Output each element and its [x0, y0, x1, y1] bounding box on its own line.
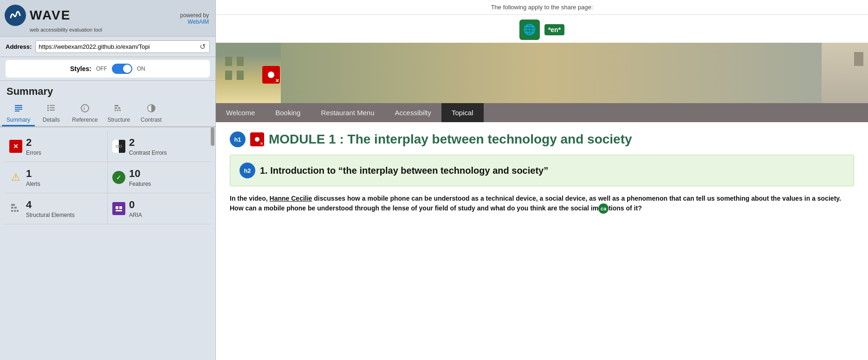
svg-rect-17: [119, 110, 121, 111]
aria-count: 0: [129, 199, 135, 210]
powered-by-text: powered by: [180, 12, 209, 19]
errors-label: Errors: [26, 150, 41, 156]
styles-toggle[interactable]: [112, 64, 132, 74]
styles-off-label: OFF: [96, 65, 107, 72]
stat-errors: 2 Errors: [5, 131, 108, 162]
contrast-errors-info: 2 Contrast Errors: [129, 137, 167, 156]
main-content: h1 ✕ MODULE 1 : The interplay between te…: [216, 122, 868, 360]
alerts-label: Alerts: [26, 181, 40, 187]
stat-aria: 0 ARIA: [108, 193, 211, 224]
svg-point-19: [149, 107, 150, 109]
tab-details[interactable]: Details: [35, 100, 67, 126]
styles-on-label: ON: [137, 65, 145, 72]
wave-title: WAVE: [30, 8, 71, 23]
svg-rect-7: [50, 107, 55, 108]
stats-area: 2 Errors 2 Contrast Errors ⚠ 1 Alerts: [0, 127, 215, 360]
body-text-part1: In the video,: [230, 195, 270, 202]
errors-count: 2: [26, 137, 32, 148]
green-section: h2 1. Introduction to “the interplay bet…: [230, 155, 854, 186]
errors-info: 2 Errors: [26, 137, 41, 156]
svg-rect-15: [115, 110, 116, 111]
stat-features: ✓ 10 Features: [108, 162, 211, 193]
tab-reference[interactable]: i Reference: [67, 100, 102, 126]
svg-point-20: [149, 109, 150, 111]
svg-rect-16: [117, 110, 118, 111]
wave-logo-row: WAVE: [5, 5, 102, 26]
svg-rect-0: [15, 105, 22, 106]
webaim-link[interactable]: WebAIM: [188, 19, 209, 25]
page-top-info: The following apply to the share page:: [216, 0, 868, 15]
contrast-errors-count: 2: [129, 137, 135, 148]
tab-summary[interactable]: Summary: [2, 100, 35, 126]
nav-topical[interactable]: Topical: [441, 103, 484, 122]
tab-structure-label: Structure: [107, 117, 130, 123]
error-badge-inner: [266, 70, 276, 79]
features-info: 10 Features: [129, 168, 151, 187]
alerts-info: 1 Alerts: [26, 168, 40, 187]
structure-icon: [9, 202, 22, 215]
address-label: Address:: [6, 43, 32, 50]
svg-rect-3: [15, 111, 19, 111]
features-label: Features: [129, 181, 151, 187]
svg-rect-22: [11, 207, 13, 209]
tab-details-label: Details: [43, 117, 60, 123]
structural-label: Structural Elements: [26, 212, 75, 218]
tab-structure[interactable]: Structure: [103, 100, 135, 126]
toggle-thumb: [123, 65, 131, 73]
svg-rect-6: [47, 107, 49, 109]
svg-rect-13: [115, 107, 117, 109]
svg-rect-24: [11, 210, 13, 212]
nav-booking[interactable]: Booking: [265, 103, 311, 122]
lang-badge-area: 🌐 *en*: [216, 15, 868, 43]
wave-logo-area: WAVE web accessibility evaluation tool: [5, 5, 102, 33]
h1-heading-line: h1 ✕ MODULE 1 : The interplay between te…: [230, 131, 854, 147]
error-x-small: ✕: [260, 142, 263, 146]
tab-reference-label: Reference: [72, 117, 97, 123]
stats-grid: 2 Errors 2 Contrast Errors ⚠ 1 Alerts: [5, 131, 211, 224]
error-icon: [9, 140, 22, 153]
globe-icon: 🌐: [519, 20, 540, 40]
left-panel: WAVE web accessibility evaluation tool p…: [0, 0, 216, 360]
h1-error-badge: ✕: [250, 132, 264, 146]
styles-row: Styles: OFF ON: [0, 57, 215, 81]
body-text-part2: discusses how a mobile phone can be unde…: [230, 195, 841, 212]
svg-point-10: [81, 105, 89, 112]
h2-text: 1. Introduction to “the interplay betwee…: [260, 165, 548, 176]
nav-accessibility[interactable]: Accessibilty: [385, 103, 441, 122]
h2-badge: h2: [240, 163, 255, 178]
body-text-part3: tions of it?: [609, 204, 642, 212]
contrast-tab-icon: [146, 103, 156, 116]
svg-rect-14: [118, 107, 120, 109]
scrollbar[interactable]: [211, 127, 214, 146]
wave-header: WAVE web accessibility evaluation tool p…: [0, 0, 215, 37]
reference-tab-icon: i: [80, 103, 90, 116]
styles-box: Styles: OFF ON: [6, 60, 210, 78]
svg-rect-26: [17, 210, 19, 212]
svg-rect-2: [15, 109, 22, 110]
reload-button[interactable]: ↺: [199, 42, 207, 51]
navigation-bar: Welcome Booking Restaurant Menu Accessib…: [216, 103, 868, 122]
svg-rect-4: [47, 105, 49, 106]
address-input[interactable]: [39, 43, 199, 50]
svg-rect-21: [11, 204, 15, 206]
inline-annotation: ca: [598, 203, 609, 214]
hero-image-area: ✕: [216, 43, 868, 103]
alert-icon: ⚠: [9, 171, 22, 184]
alerts-count: 1: [26, 168, 32, 179]
nav-restaurant-menu[interactable]: Restaurant Menu: [311, 103, 384, 122]
aria-icon: [112, 202, 125, 215]
svg-rect-8: [47, 110, 49, 111]
structure-tab-icon: [114, 103, 124, 116]
tab-contrast[interactable]: Contrast: [135, 100, 168, 126]
error-x-icon: ✕: [276, 79, 279, 83]
svg-rect-30: [116, 210, 122, 211]
contrast-error-icon: [112, 140, 125, 153]
aria-info: 0 ARIA: [129, 199, 142, 218]
address-bar: Address: ↺: [0, 37, 215, 57]
tabs-row: Summary Details i Reference Structure Co…: [0, 100, 215, 127]
nav-welcome[interactable]: Welcome: [216, 103, 265, 122]
stat-structural: 4 Structural Elements: [5, 193, 108, 224]
svg-rect-29: [119, 206, 122, 209]
svg-rect-12: [115, 105, 118, 106]
summary-section-title: Summary: [0, 81, 215, 100]
